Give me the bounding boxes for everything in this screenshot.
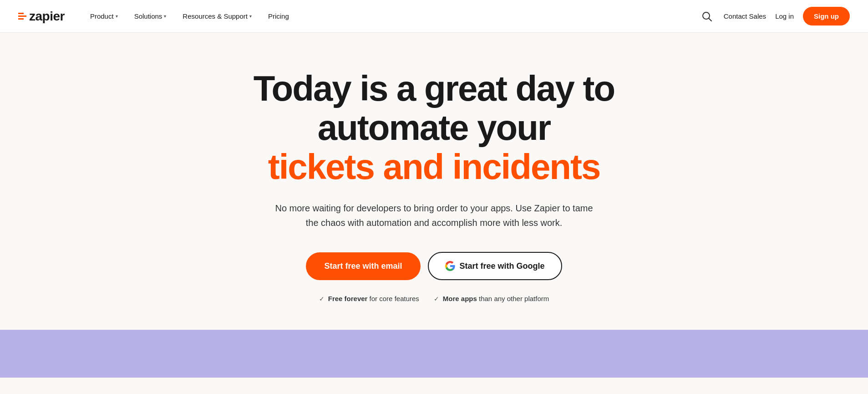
navbar: zapier Product ▾ Solutions ▾ Resources &… [0, 0, 868, 33]
check-icon: ✓ [319, 295, 325, 302]
nav-resources[interactable]: Resources & Support ▾ [176, 9, 258, 24]
signup-button[interactable]: Sign up [803, 7, 850, 26]
nav-right: Contact Sales Log in Sign up [699, 7, 850, 26]
logo-link[interactable]: zapier [18, 9, 67, 24]
hero-title-line1: Today is a great day to [254, 68, 614, 108]
google-icon [445, 261, 455, 271]
hero-title-line2: automate your [318, 107, 550, 148]
chevron-down-icon: ▾ [249, 14, 252, 19]
hero-cta-group: Start free with email Start free with Go… [306, 252, 562, 280]
feature-more-apps: ✓ More apps than any other platform [434, 295, 549, 302]
nav-solutions-label: Solutions [134, 12, 162, 20]
chevron-down-icon: ▾ [164, 14, 166, 19]
nav-product[interactable]: Product ▾ [84, 9, 124, 24]
cta-email-button[interactable]: Start free with email [306, 252, 420, 280]
logo-lines-icon [18, 13, 26, 20]
nav-solutions[interactable]: Solutions ▾ [128, 9, 173, 24]
login-link[interactable]: Log in [775, 12, 794, 20]
cta-google-label: Start free with Google [460, 261, 545, 271]
logo-mark: zapier [18, 9, 65, 24]
nav-links: Product ▾ Solutions ▾ Resources & Suppor… [84, 9, 295, 24]
hero-title: Today is a great day to automate your ti… [254, 69, 614, 186]
logo-text: zapier [29, 9, 65, 24]
nav-product-label: Product [90, 12, 114, 20]
hero-features: ✓ Free forever for core features ✓ More … [319, 295, 549, 302]
feature-free-forever: ✓ Free forever for core features [319, 295, 419, 302]
hero-subtitle: No more waiting for developers to bring … [270, 201, 598, 230]
search-icon [702, 11, 712, 21]
nav-pricing[interactable]: Pricing [262, 9, 295, 24]
search-button[interactable] [699, 9, 715, 24]
hero-title-highlight: tickets and incidents [268, 147, 600, 187]
nav-left: zapier Product ▾ Solutions ▾ Resources &… [18, 9, 295, 24]
bottom-band [0, 330, 868, 378]
nav-pricing-label: Pricing [268, 12, 289, 20]
feature1-bold: Free forever for core features [328, 295, 419, 302]
nav-resources-label: Resources & Support [183, 12, 248, 20]
hero-section: Today is a great day to automate your ti… [0, 33, 868, 330]
svg-line-1 [709, 18, 711, 21]
chevron-down-icon: ▾ [116, 14, 118, 19]
check-icon: ✓ [434, 295, 439, 302]
cta-google-button[interactable]: Start free with Google [428, 252, 562, 280]
contact-sales-link[interactable]: Contact Sales [724, 12, 766, 20]
feature2-bold: More apps than any other platform [443, 295, 549, 302]
